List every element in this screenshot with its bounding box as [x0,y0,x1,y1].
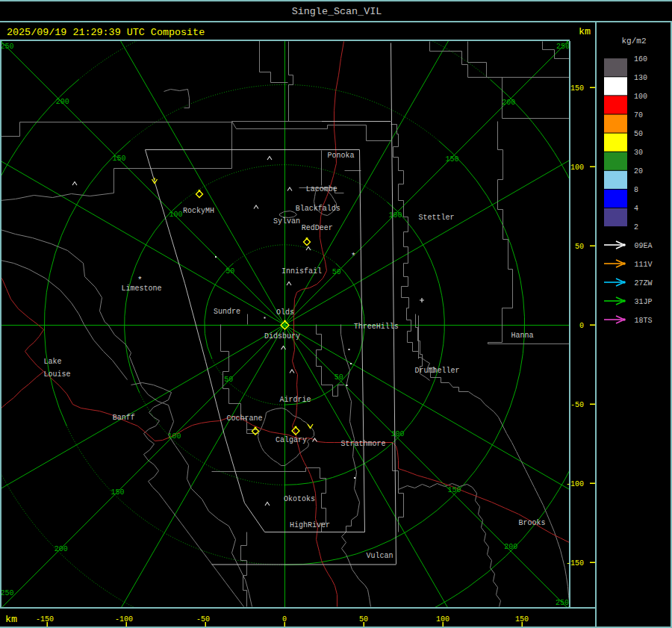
svg-text:Vulcan: Vulcan [367,552,393,560]
svg-text:0: 0 [282,615,287,624]
svg-text:50: 50 [224,376,233,384]
svg-text:Calgary: Calgary [276,436,307,444]
svg-text:Olds: Olds [276,308,294,317]
svg-text:150: 150 [445,155,458,164]
svg-text:100: 100 [391,430,405,438]
svg-text:HighRiver: HighRiver [290,521,330,529]
svg-text:8: 8 [634,186,638,194]
svg-text:160: 160 [634,55,647,63]
svg-text:150: 150 [570,84,584,93]
svg-text:Brooks: Brooks [519,519,546,527]
svg-text:Lacombe: Lacombe [306,185,337,193]
svg-text:km: km [5,614,17,625]
svg-text:150: 150 [113,155,126,163]
svg-text:Limestone: Limestone [121,285,161,293]
svg-text:250: 250 [1,589,14,597]
svg-text:150: 150 [111,488,125,497]
svg-text:*: * [351,252,356,261]
svg-text:Drumheller: Drumheller [415,367,460,375]
svg-text:70: 70 [634,111,643,119]
svg-text:50: 50 [634,130,643,138]
svg-text:RockyMH: RockyMH [183,207,214,215]
svg-text:130: 130 [634,74,647,82]
svg-text:250: 250 [1,43,14,51]
svg-text:-100: -100 [566,480,584,488]
svg-text:200: 200 [56,98,69,106]
svg-text:Lake: Lake [44,358,62,366]
svg-text:-50: -50 [570,401,584,409]
svg-text:Airdrie: Airdrie [280,396,311,404]
svg-text:Single_Scan_VIL: Single_Scan_VIL [292,6,382,17]
svg-text:Ponoka: Ponoka [328,152,355,160]
svg-text:50: 50 [575,243,584,251]
svg-text:100: 100 [634,93,647,101]
svg-text:100: 100 [436,615,449,624]
svg-text:Strathmore: Strathmore [340,440,385,448]
svg-text:100: 100 [389,211,402,220]
svg-text:200: 200 [55,545,68,553]
svg-text:250: 250 [556,599,569,607]
svg-text:Stettler: Stettler [419,214,455,222]
svg-text:111V: 111V [635,261,653,269]
svg-text:50: 50 [335,373,343,382]
svg-text:100: 100 [167,432,181,441]
svg-text:50: 50 [359,615,368,624]
svg-text:Innisfail: Innisfail [281,267,322,276]
svg-text:-50: -50 [196,615,210,624]
svg-text:Sylvan: Sylvan [273,217,300,226]
svg-text:31JP: 31JP [635,298,653,306]
svg-text:Sundre: Sundre [214,308,240,316]
svg-text:250: 250 [556,43,570,51]
svg-text:20: 20 [634,167,643,175]
svg-text:-100: -100 [115,615,133,624]
svg-text:Cochrane: Cochrane [227,414,263,423]
svg-text:km: km [579,26,591,37]
svg-text:-150: -150 [566,559,584,568]
svg-text:*: * [137,276,143,285]
svg-text:Hanna: Hanna [511,332,534,340]
svg-text:kg/m2: kg/m2 [621,37,646,46]
svg-text:18TS: 18TS [635,317,653,325]
svg-text:150: 150 [447,486,461,494]
svg-text:2025/09/19 21:29:39 UTC Compos: 2025/09/19 21:29:39 UTC Composite [7,27,205,38]
svg-text:100: 100 [570,164,584,172]
svg-text:Blackfalds: Blackfalds [296,205,340,213]
svg-text:4: 4 [634,205,638,213]
svg-text:Louise: Louise [44,370,71,379]
svg-text:200: 200 [504,543,517,551]
svg-text:Okotoks: Okotoks [284,495,315,503]
svg-text:0: 0 [579,322,584,330]
svg-text:ThreeHills: ThreeHills [354,323,399,331]
svg-text:30: 30 [634,149,643,157]
svg-text:100: 100 [169,211,182,219]
svg-text:150: 150 [515,615,529,624]
svg-text:27ZW: 27ZW [635,279,653,287]
svg-text:50: 50 [225,267,234,276]
svg-text:200: 200 [502,99,515,107]
svg-text:RedDeer: RedDeer [302,224,333,232]
svg-text:-150: -150 [36,615,54,624]
svg-text:2: 2 [634,223,638,231]
svg-text:Banff: Banff [113,414,135,422]
svg-text:Didsbury: Didsbury [264,332,300,341]
svg-text:09EA: 09EA [635,242,653,250]
svg-text:50: 50 [332,268,341,276]
